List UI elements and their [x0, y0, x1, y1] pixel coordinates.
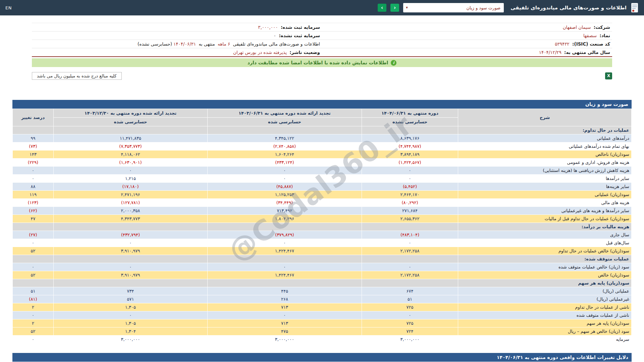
row-value: ۲,۶۵۵,۳۶۲	[362, 215, 458, 223]
row-value	[13, 279, 54, 287]
prev-statement-button[interactable]: ›	[378, 4, 386, 12]
col-subheader-audited: حسابرسی شده	[208, 118, 362, 126]
row-label: سود(زیان) پایه هر سهم	[458, 319, 632, 327]
signature-match-banner: i اطلاعات نمایش داده شده با اطلاعات امضا…	[32, 58, 612, 67]
top-bar: اطلاعات و صورت‌های مالی میاندوره‌ای تلفی…	[0, 0, 644, 15]
page-title: اطلاعات و صورت‌های مالی میاندوره‌ای تلفی…	[511, 5, 627, 11]
row-value: ۸۸	[13, 183, 54, 191]
row-value	[13, 255, 54, 263]
row-label: سود(زیان) خالص عملیات در حال تداوم	[458, 247, 632, 255]
field-text: اطلاعات و صورت‌های مالی میاندوره‌ای تلفی…	[231, 41, 320, 47]
table-title-band: صورت سود و زیان	[12, 100, 632, 109]
row-label: هزینه های مالی	[458, 199, 632, 207]
row-value: ۰	[208, 263, 362, 271]
row-label: سال‌های قبل	[458, 239, 632, 247]
table-row: سایر هزینه‌ها(۵,۴۵۲)(۴۵,۸۸۷)(۱۷,۱۸۰)۸۸	[13, 183, 632, 191]
field-value: ۰	[274, 33, 276, 38]
row-value: ۷۲۵	[362, 303, 458, 311]
note-row: X کلیه مبالغ درج شده به میلیون ریال می ب…	[32, 72, 612, 80]
statement-select-wrap: صورت سود و زیان ▾	[403, 3, 504, 12]
unregistered-capital-field: سرمایه ثبت نشده: ۰	[32, 32, 322, 40]
row-value	[362, 126, 458, 134]
row-value: ۴,۳۴۵,۱۲۲	[208, 134, 362, 142]
row-value	[53, 223, 207, 231]
row-value	[208, 126, 362, 134]
table-row: سود (زیان) خالص عملیات متوقف شده۰۰۰۰	[13, 263, 632, 271]
table-row: سود(زیان) عملیاتی۲,۴۶۴,۱۷۰۱,۱۲۵,۲۵۳۲,۴۷۱…	[13, 191, 632, 199]
row-value: ۲,۱۷۲,۲۵۸	[362, 271, 458, 279]
field-value: ۳,۰۰۰,۰۰۰	[258, 24, 278, 30]
row-value: ۳,۰۰۰,۰۰۰	[208, 336, 362, 344]
company-info-row: کد صنعت (ISIC): ۵۳۹۴۳۲ اطلاعات و صورت‌ها…	[32, 40, 612, 48]
banner-message: اطلاعات نمایش داده شده با اطلاعات امضا ش…	[248, 60, 388, 65]
table-row: سایر درآمدها۰۰۱,۲۱۵۰	[13, 175, 632, 183]
row-value: (۴۳۳,۱۲۴)	[208, 159, 362, 167]
row-label: سود (زیان) خالص هر سهم – ریال	[458, 327, 632, 336]
row-value: ۶۷۴	[362, 287, 458, 295]
row-label: غیرعملیاتی (ریال)	[458, 295, 632, 303]
language-toggle[interactable]: EN	[5, 5, 12, 10]
field-label: شرکت:	[594, 24, 610, 30]
section-row: عملیات متوقف شده:	[13, 255, 632, 263]
col-subheader-audited: حسابرسی شده	[53, 118, 207, 126]
table-row: سود(زیان) پایه هر سهم۷۲۵۷۱۳۱,۳۰۵۲	[13, 319, 632, 327]
row-value: ۰	[53, 239, 207, 247]
row-value: (۳۷۹,۸۲۹)	[208, 231, 362, 239]
row-value: ۹۹	[13, 134, 54, 142]
row-value: ۰	[13, 167, 54, 175]
row-value: (۳۴,۴۴۹)	[208, 199, 362, 207]
profit-loss-table: شرح دوره منتهی به ۱۴۰۴/۰۶/۳۱ تجدید ارائه…	[12, 109, 632, 344]
row-value: ۰	[208, 175, 362, 183]
row-value	[362, 223, 458, 231]
row-value: ۰	[362, 263, 458, 271]
row-value	[362, 279, 458, 287]
row-value	[53, 279, 207, 287]
field-value: ۱۴۰۴/۰۶/۳۱	[173, 41, 196, 47]
field-value: سصفها	[583, 33, 597, 38]
table-row: سود (زیان) خالص هر سهم – ریال۷۲۴۴۷۵۱,۳۰۴…	[13, 327, 632, 336]
row-label: سود(زیان) خالص	[458, 271, 632, 279]
col-header-current-period: دوره منتهی به ۱۴۰۴/۰۶/۳۱	[362, 109, 458, 118]
table-row: غیرعملیاتی (ریال)۵۱۲۶۸۵۷۱(۸۱)	[13, 295, 632, 303]
row-value: ۰	[13, 336, 54, 344]
field-value: پذیرفته شده در بورس تهران	[233, 50, 287, 55]
field-label: سرمایه ثبت نشده:	[279, 33, 320, 38]
field-label: وضعیت ناشر:	[289, 50, 320, 55]
statement-select[interactable]: صورت سود و زیان	[403, 3, 504, 12]
row-value: ۱,۳۰۵	[53, 303, 207, 311]
row-value: ۲۷۱,۶۸۴	[362, 207, 458, 215]
row-label: هزینه های فروش، اداری و عمومی	[458, 159, 632, 167]
row-value: ۳,۰۰۰,۰۰۰	[53, 336, 207, 344]
row-value: ۱,۶۰۴,۲۶۴	[208, 150, 362, 159]
table-header: شرح دوره منتهی به ۱۴۰۴/۰۶/۳۱ تجدید ارائه…	[13, 109, 632, 126]
col-header-restated-midyear: تجدید ارائه شده دوره منتهی به ۱۴۰۳/۰۶/۳۱	[208, 109, 362, 118]
row-value: ۲	[13, 319, 54, 327]
isic-code-field: کد صنعت (ISIC): ۵۳۹۴۳۲	[322, 40, 612, 48]
next-statement-button[interactable]: ‹	[390, 4, 399, 12]
row-value: ۲,۱۷۲,۲۵۸	[362, 247, 458, 255]
row-value: (۱۷,۱۸۰)	[53, 183, 207, 191]
row-value: ۷۱۳,۴۹۲	[208, 207, 362, 215]
row-value: (۱۲۳)	[13, 199, 54, 207]
row-value: ۴۷	[13, 215, 54, 223]
row-value: ۰	[13, 175, 54, 183]
section-row: هزینه مالیات بر درآمد:	[13, 223, 632, 231]
field-value: سیمان اصفهان	[563, 24, 591, 30]
section-row: سود(زیان) پایه هر سهم	[13, 279, 632, 287]
row-value: (۱,۶۳۰,۹۰۱)	[53, 159, 207, 167]
table-row: سود(زیان) ناخالص۳,۸۹۴,۱۸۹۱,۶۰۴,۲۶۴۴,۱۱۸,…	[13, 150, 632, 159]
table-row: ناشی از عملیات متوقف شده۰۰۰۰	[13, 311, 632, 319]
row-value: ۳,۰۰۰,۰۰۰	[362, 336, 458, 344]
row-label: سایر درآمدها و هزینه های غیرعملیاتی	[458, 207, 632, 215]
row-value: ۷۲۵	[362, 319, 458, 327]
registered-capital-field: سرمایه ثبت شده: ۳,۰۰۰,۰۰۰	[32, 23, 322, 31]
row-value: ۰	[208, 239, 362, 247]
row-value: ۲۶۸	[208, 295, 362, 303]
row-value: ۰	[362, 175, 458, 183]
field-value: ۵۳۹۴۳۲	[555, 41, 570, 47]
row-label: سود(زیان) عملیاتی	[458, 191, 632, 199]
excel-export-icon[interactable]: X	[605, 72, 612, 79]
row-value: ۱,۲۱۵	[53, 175, 207, 183]
row-value: (۴۳۲,۷۹۴)	[53, 231, 207, 239]
table-row: درآمدهای عملیاتی۸,۶۳۹,۱۷۶۴,۳۴۵,۱۲۲۱۱,۴۷۱…	[13, 134, 632, 142]
